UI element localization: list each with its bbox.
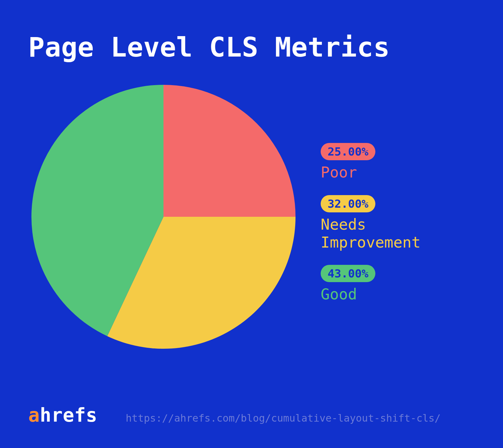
legend-item-poor: 25.00% Poor xyxy=(321,143,421,181)
pie-slice-poor xyxy=(163,85,296,217)
legend-item-good: 43.00% Good xyxy=(321,265,421,303)
pie-svg xyxy=(31,85,296,349)
legend-pill-poor: 25.00% xyxy=(321,143,375,160)
logo-rest: hrefs xyxy=(40,404,97,426)
pie-chart xyxy=(28,82,299,352)
source-url: https://ahrefs.com/blog/cumulative-layou… xyxy=(126,412,441,424)
page-root: Page Level CLS Metrics 25.00% Poor 32.00… xyxy=(0,0,503,448)
legend-label-needs: Needs Improvement xyxy=(321,216,421,251)
logo-accent: a xyxy=(28,404,40,426)
content-row: 25.00% Poor 32.00% Needs Improvement 43.… xyxy=(28,82,475,352)
legend-pill-good: 43.00% xyxy=(321,265,375,282)
legend: 25.00% Poor 32.00% Needs Improvement 43.… xyxy=(321,130,421,303)
legend-item-needs: 32.00% Needs Improvement xyxy=(321,195,421,251)
legend-pill-needs: 32.00% xyxy=(321,195,375,212)
page-title: Page Level CLS Metrics xyxy=(28,31,475,63)
legend-label-poor: Poor xyxy=(321,163,357,181)
footer: ahrefs https://ahrefs.com/blog/cumulativ… xyxy=(28,404,475,426)
legend-label-good: Good xyxy=(321,285,357,303)
ahrefs-logo: ahrefs xyxy=(28,404,97,426)
